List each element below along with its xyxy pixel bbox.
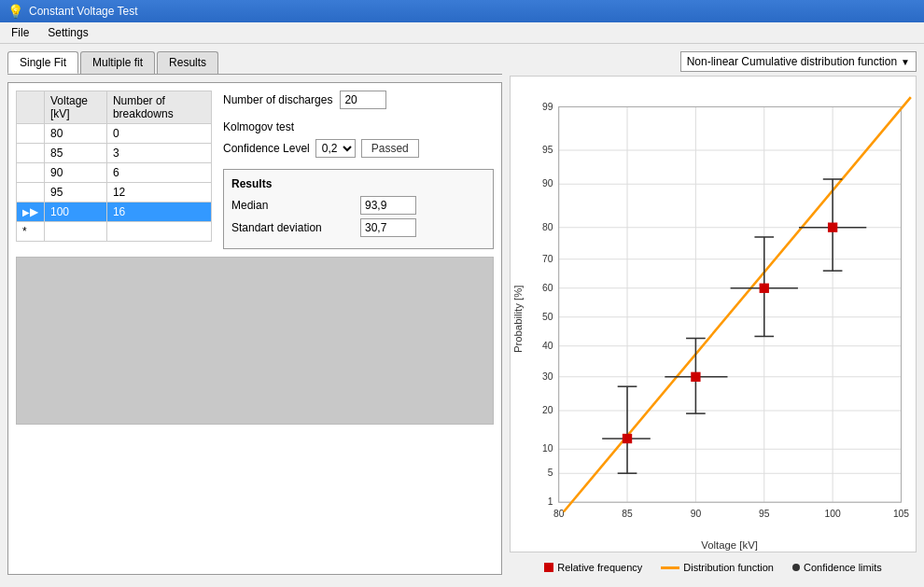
- th-voltage: Voltage [kV]: [45, 91, 107, 124]
- right-panel: Non-linear Cumulative distribution funct…: [510, 51, 917, 575]
- cell-breakdowns: 0: [106, 124, 211, 144]
- passed-badge: Passed: [361, 139, 419, 158]
- svg-text:90: 90: [691, 509, 702, 519]
- svg-rect-58: [623, 434, 632, 443]
- row-indicator: [17, 144, 45, 163]
- title-bar: 💡 Constant Voltage Test: [0, 0, 924, 22]
- table-row-new[interactable]: *: [17, 222, 212, 242]
- svg-text:105: 105: [893, 509, 909, 519]
- svg-text:40: 40: [542, 341, 553, 351]
- discharges-label: Number of discharges: [223, 93, 332, 106]
- std-row: Standart deviation: [231, 218, 485, 237]
- svg-text:95: 95: [542, 145, 553, 155]
- svg-text:70: 70: [542, 254, 553, 264]
- svg-text:80: 80: [542, 222, 553, 232]
- legend-orange-icon: [661, 566, 679, 569]
- svg-rect-60: [760, 284, 769, 293]
- menu-file[interactable]: File: [4, 24, 36, 41]
- cell-voltage: 90: [45, 163, 107, 183]
- svg-text:20: 20: [542, 405, 553, 415]
- legend-relative-freq-label: Relative frequency: [557, 562, 642, 573]
- cell-voltage: 100: [45, 203, 107, 222]
- svg-text:10: 10: [542, 443, 553, 454]
- confidence-select[interactable]: 0,1 0,2 0,3: [315, 139, 356, 158]
- legend-relative-freq: Relative frequency: [544, 562, 642, 573]
- row-star: *: [17, 222, 45, 242]
- cell-empty-breakdowns: [106, 222, 211, 242]
- cell-voltage: 85: [45, 144, 107, 163]
- svg-rect-40: [559, 106, 902, 502]
- svg-text:60: 60: [542, 283, 553, 293]
- row-indicator: [17, 124, 45, 144]
- chart-svg: Probability [%] Voltage [kV]: [511, 77, 916, 552]
- chart-container: Probability [%] Voltage [kV]: [510, 76, 917, 552]
- svg-text:30: 30: [542, 371, 553, 382]
- panel-content: Voltage [kV] Number of breakdowns 800853…: [7, 82, 502, 575]
- chart-legend: Relative frequency Distribution function…: [510, 556, 917, 579]
- table-row[interactable]: 853: [17, 144, 212, 163]
- row-indicator: [17, 163, 45, 183]
- results-title: Results: [231, 177, 485, 190]
- svg-text:5: 5: [548, 468, 553, 478]
- legend-conf-limits: Confidence limits: [792, 562, 882, 573]
- svg-text:85: 85: [622, 509, 633, 519]
- legend-red-icon: [544, 563, 553, 572]
- chart-type-dropdown[interactable]: Non-linear Cumulative distribution funct…: [680, 51, 917, 72]
- svg-line-41: [564, 97, 911, 511]
- discharges-input[interactable]: [340, 91, 386, 109]
- svg-text:80: 80: [553, 509, 565, 519]
- svg-text:50: 50: [542, 312, 553, 322]
- std-value[interactable]: [360, 218, 416, 237]
- row-indicator: ▶: [17, 203, 45, 222]
- tab-results[interactable]: Results: [157, 51, 218, 74]
- confidence-label: Confidence Level: [223, 142, 310, 155]
- median-label: Median: [231, 199, 353, 212]
- svg-rect-59: [691, 372, 700, 382]
- median-row: Median: [231, 196, 485, 215]
- empty-area: [16, 257, 494, 425]
- menu-settings[interactable]: Settings: [40, 24, 95, 41]
- table-row[interactable]: 9512: [17, 183, 212, 203]
- table-section: Voltage [kV] Number of breakdowns 800853…: [16, 91, 212, 249]
- cell-voltage: 95: [45, 183, 107, 203]
- cell-voltage: 80: [45, 124, 107, 144]
- std-label: Standart deviation: [231, 221, 353, 234]
- median-value[interactable]: [360, 196, 416, 215]
- main-content: Single Fit Multiple fit Results: [0, 44, 924, 582]
- legend-dist-func-label: Distribution function: [683, 562, 774, 573]
- tab-bar: Single Fit Multiple fit Results: [7, 51, 502, 75]
- table-row[interactable]: 800: [17, 124, 212, 144]
- row-indicator: [17, 183, 45, 203]
- svg-text:Probability [%]: Probability [%]: [512, 286, 524, 354]
- chart-type-label: Non-linear Cumulative distribution funct…: [687, 55, 897, 68]
- discharges-row: Number of discharges: [223, 91, 494, 109]
- tab-single-fit[interactable]: Single Fit: [7, 51, 78, 74]
- window-title: Constant Voltage Test: [29, 5, 138, 18]
- chart-controls: Non-linear Cumulative distribution funct…: [510, 51, 917, 72]
- tab-multiple-fit[interactable]: Multiple fit: [80, 51, 155, 74]
- th-breakdowns: Number of breakdowns: [106, 91, 211, 124]
- table-row[interactable]: 906: [17, 163, 212, 183]
- legend-black-icon: [792, 564, 800, 571]
- svg-rect-61: [828, 222, 837, 231]
- legend-conf-limits-label: Confidence limits: [804, 562, 882, 573]
- cell-breakdowns: 12: [106, 183, 211, 203]
- confidence-row: Confidence Level 0,1 0,2 0,3 Passed: [223, 139, 494, 158]
- svg-text:100: 100: [825, 509, 841, 519]
- svg-text:1: 1: [548, 496, 553, 507]
- cell-breakdowns: 6: [106, 163, 211, 183]
- cell-empty-voltage: [45, 222, 107, 242]
- cell-breakdowns: 16: [106, 203, 211, 222]
- results-box: Results Median Standart deviation: [223, 169, 494, 249]
- svg-text:Voltage [kV]: Voltage [kV]: [701, 539, 758, 551]
- menu-bar: File Settings: [0, 22, 924, 44]
- right-form: Number of discharges Kolmogov test Confi…: [223, 91, 494, 249]
- data-table: Voltage [kV] Number of breakdowns 800853…: [16, 91, 212, 242]
- kolmogov-section: Kolmogov test Confidence Level 0,1 0,2 0…: [223, 120, 494, 158]
- two-col-layout: Voltage [kV] Number of breakdowns 800853…: [16, 91, 494, 249]
- svg-text:95: 95: [759, 509, 770, 519]
- kolmogov-label: Kolmogov test: [223, 120, 494, 133]
- table-row[interactable]: ▶10016: [17, 203, 212, 222]
- th-indicator: [17, 91, 45, 124]
- svg-text:90: 90: [542, 178, 553, 189]
